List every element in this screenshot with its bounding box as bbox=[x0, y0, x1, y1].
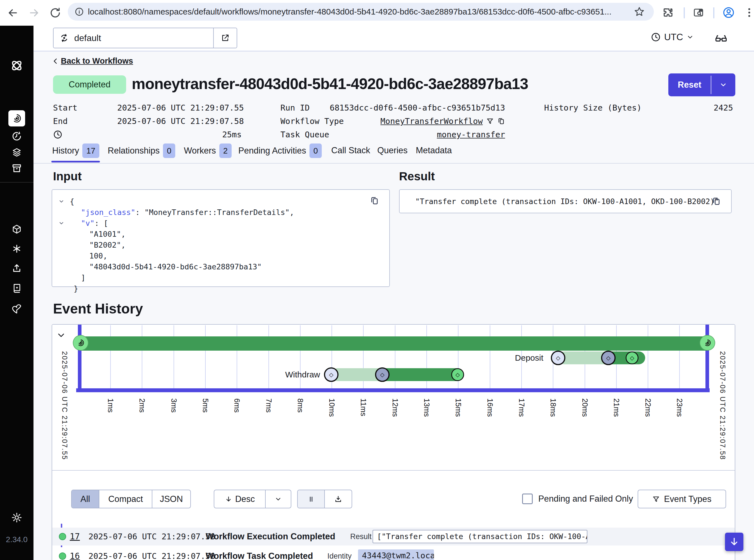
url-text: localhost:8080/namespaces/default/workfl… bbox=[88, 3, 611, 21]
task-queue-link[interactable]: money-transfer bbox=[437, 130, 505, 139]
filter-funnel-icon bbox=[652, 495, 660, 503]
timeline-tick-label: 17ms bbox=[517, 398, 526, 417]
back-to-workflows-link[interactable]: Back to Workflows bbox=[52, 56, 133, 66]
event-row-16[interactable]: 16 2025-07-06 UTC 21:29:07.58 Workflow T… bbox=[52, 547, 735, 560]
browser-menu-icon[interactable] bbox=[743, 7, 754, 19]
run-id-value: 68153dcc-d0f6-4500-afbc-c93651b75d13 bbox=[312, 102, 505, 113]
tab-queries[interactable]: Queries bbox=[377, 143, 408, 157]
sidebar-item-archive-icon[interactable] bbox=[12, 163, 22, 174]
copy-icon[interactable] bbox=[497, 117, 505, 125]
view-compact-button[interactable]: Compact bbox=[99, 490, 152, 508]
activity-label-deposit: Deposit bbox=[499, 353, 543, 363]
view-all-button[interactable]: All bbox=[72, 490, 99, 508]
chevron-down-icon bbox=[687, 34, 694, 41]
view-json-button[interactable]: JSON bbox=[152, 490, 190, 508]
namespace-select[interactable]: default bbox=[53, 28, 237, 48]
sort-desc-button[interactable]: Desc bbox=[214, 490, 265, 508]
pause-button[interactable] bbox=[298, 490, 324, 508]
sort-dropdown-button[interactable] bbox=[265, 490, 291, 508]
workflow-start-event-icon[interactable] bbox=[73, 335, 88, 351]
tab-pending-activities[interactable]: Pending Activities0 bbox=[238, 143, 322, 157]
withdraw-scheduled-marker[interactable]: ◇ bbox=[324, 367, 339, 382]
withdraw-completed-marker[interactable]: ◇ bbox=[451, 368, 464, 381]
sidebar-item-feedback-heart-icon[interactable] bbox=[12, 303, 22, 314]
timeline-gridline bbox=[237, 325, 237, 388]
deposit-started-marker[interactable]: ◇ bbox=[601, 351, 616, 365]
timeline-tick-label: 12ms bbox=[391, 398, 399, 417]
filter-funnel-icon[interactable] bbox=[486, 117, 494, 125]
json-collapse-icon[interactable] bbox=[58, 219, 65, 227]
withdraw-started-marker[interactable]: ◇ bbox=[375, 367, 390, 382]
event-types-label: Event Types bbox=[664, 494, 711, 504]
tab-relationships[interactable]: Relationships0 bbox=[108, 143, 175, 157]
task-queue-cell: money-transfer bbox=[312, 129, 505, 140]
result-section-title: Result bbox=[399, 170, 435, 183]
deposit-scheduled-marker[interactable]: ◇ bbox=[551, 351, 565, 365]
end-value: 2025-07-06 UTC 21:29:07.58 bbox=[117, 116, 242, 127]
browser-reload-icon[interactable] bbox=[49, 7, 61, 19]
event-types-button[interactable]: Event Types bbox=[638, 489, 726, 508]
duration-clock-icon bbox=[53, 130, 62, 139]
timezone-select[interactable]: UTC bbox=[651, 32, 694, 42]
namespace-external-link-icon[interactable] bbox=[213, 28, 237, 48]
chevron-left-icon bbox=[52, 57, 60, 65]
tab-workers[interactable]: Workers2 bbox=[184, 143, 231, 157]
workflow-span-bar[interactable] bbox=[81, 336, 707, 351]
address-bar[interactable]: localhost:8080/namespaces/default/workfl… bbox=[68, 3, 654, 21]
timeline-tick-label: 11ms bbox=[359, 398, 368, 416]
workflow-type-link[interactable]: MoneyTransferWorkflow bbox=[380, 116, 483, 127]
workflows-spiral-icon bbox=[12, 113, 22, 124]
input-copy-icon[interactable] bbox=[370, 196, 379, 205]
sidebar-item-docs-book-icon[interactable] bbox=[12, 283, 22, 294]
sidebar-item-deployments-layers-icon[interactable] bbox=[12, 147, 22, 158]
sidebar-item-import-upload-icon[interactable] bbox=[12, 263, 22, 274]
labs-glasses-icon[interactable] bbox=[714, 32, 728, 45]
input-json-card: { "json_class": "MoneyTransfer::Transfer… bbox=[52, 189, 390, 287]
sidebar-item-workflows[interactable] bbox=[8, 110, 25, 126]
result-card: "Transfer complete (transaction IDs: OKW… bbox=[399, 189, 732, 213]
site-info-icon[interactable] bbox=[75, 7, 84, 17]
json-line: "48043d0d-5b41-4920-bd6c-3ae28897ba13" bbox=[52, 261, 389, 272]
timeline-collapse-chevron-icon[interactable] bbox=[56, 330, 66, 340]
event-id-link[interactable]: 16 bbox=[70, 547, 80, 560]
reset-button-label[interactable]: Reset bbox=[668, 74, 711, 96]
sidebar-item-namespaces-cube-icon[interactable] bbox=[12, 224, 22, 235]
pending-failed-checkbox[interactable] bbox=[522, 494, 533, 504]
reset-button[interactable]: Reset bbox=[668, 74, 735, 96]
theme-toggle-sun-icon[interactable] bbox=[11, 512, 22, 523]
event-row-17[interactable]: 17 2025-07-06 UTC 21:29:07.58 Workflow E… bbox=[52, 527, 735, 545]
scroll-to-bottom-button[interactable] bbox=[725, 533, 743, 551]
app-version: 2.34.0 bbox=[0, 535, 34, 544]
json-collapse-icon[interactable] bbox=[58, 198, 65, 205]
browser-forward-icon[interactable] bbox=[28, 7, 40, 19]
result-copy-icon[interactable] bbox=[712, 197, 721, 206]
side-panel-search-icon[interactable] bbox=[693, 7, 705, 19]
profile-icon[interactable] bbox=[722, 6, 734, 18]
workflow-end-event-icon[interactable] bbox=[699, 335, 715, 351]
sidebar-item-nexus-asterisk-icon[interactable] bbox=[12, 243, 22, 254]
timeline-tick-label: 3ms bbox=[169, 398, 178, 413]
timeline-tick-label: 1ms bbox=[106, 398, 115, 413]
timeline-end-time: 2025-07-06 UTC 21:29:07.58 bbox=[718, 351, 727, 460]
input-section-title: Input bbox=[53, 170, 82, 183]
tab-metadata[interactable]: Metadata bbox=[416, 143, 452, 157]
json-line: "A1001", bbox=[52, 228, 389, 240]
tab-call-stack[interactable]: Call Stack bbox=[331, 143, 370, 157]
tabs-divider bbox=[34, 163, 754, 164]
back-link-label: Back to Workflows bbox=[61, 56, 133, 66]
bookmark-star-icon[interactable] bbox=[634, 6, 645, 17]
page-title: moneytransfer-48043d0d-5b41-4920-bd6c-3a… bbox=[132, 75, 528, 93]
tab-history[interactable]: History17 bbox=[52, 143, 99, 157]
deposit-pending-bar[interactable] bbox=[558, 352, 608, 364]
timeline-tick-label: 5ms bbox=[201, 398, 209, 413]
extensions-icon[interactable] bbox=[662, 7, 674, 19]
reset-dropdown-button[interactable] bbox=[711, 74, 735, 96]
sidebar-item-schedules[interactable] bbox=[12, 131, 22, 142]
timeline-start-time: 2025-07-06 UTC 21:29:07.55 bbox=[61, 351, 69, 460]
withdraw-pending-bar[interactable] bbox=[331, 368, 382, 381]
browser-back-icon[interactable] bbox=[7, 7, 19, 19]
event-id-link[interactable]: 17 bbox=[70, 527, 80, 545]
download-button[interactable] bbox=[324, 490, 352, 508]
deposit-completed-marker[interactable]: ◇ bbox=[626, 352, 638, 364]
temporal-logo-icon[interactable] bbox=[9, 58, 24, 73]
